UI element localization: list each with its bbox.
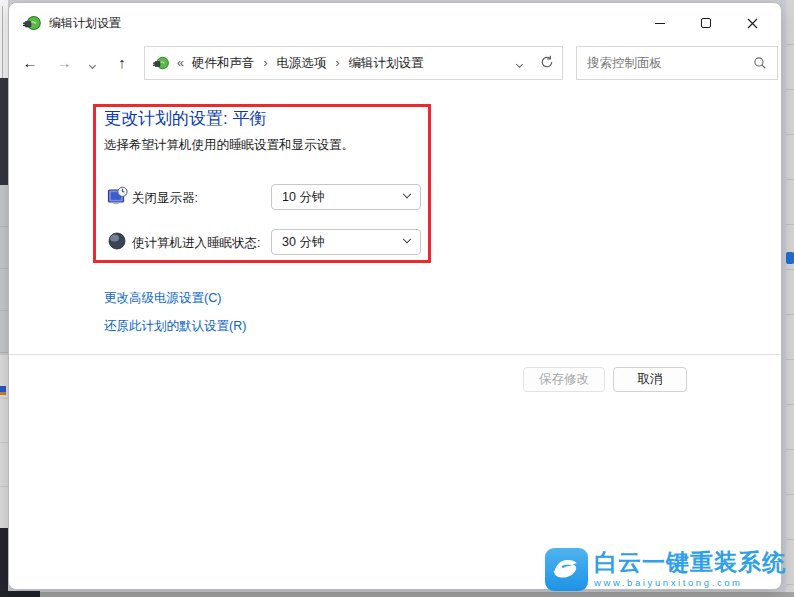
refresh-icon <box>540 55 554 69</box>
watermark-logo: 白云一键重装系统 www.baiyunxitong.com <box>545 548 793 594</box>
search-input[interactable] <box>587 56 753 70</box>
save-changes-button[interactable]: 保存修改 <box>523 367 605 392</box>
display-off-label: 关闭显示器: <box>132 190 198 207</box>
search-box[interactable] <box>576 46 778 80</box>
watermark-url: www.baiyunxitong.com <box>594 577 786 588</box>
titlebar: 编辑计划设置 <box>9 3 781 43</box>
address-bar[interactable]: « 硬件和声音 › 电源选项 › 编辑计划设置 <box>144 46 563 80</box>
sleep-icon <box>107 231 127 251</box>
up-icon: ↑ <box>118 54 126 71</box>
maximize-button[interactable] <box>683 3 729 43</box>
power-plan-icon <box>153 55 169 71</box>
sleep-label: 使计算机进入睡眠状态: <box>132 235 260 252</box>
page-description: 选择希望计算机使用的睡眠设置和显示设置。 <box>104 137 354 154</box>
breadcrumb-separator-icon: › <box>335 56 339 70</box>
cancel-button[interactable]: 取消 <box>613 367 687 392</box>
background-window-right-strip <box>786 0 794 597</box>
chevron-down-icon <box>403 235 411 243</box>
background-window-left-bottom <box>0 528 8 597</box>
address-dropdown-button[interactable] <box>517 56 522 70</box>
navigation-bar: ← → ↑ « 硬件和声音 › 电源选项 › <box>9 43 781 83</box>
power-plan-icon <box>23 14 41 32</box>
bird-logo-icon <box>545 548 588 591</box>
page-title: 更改计划的设置: 平衡 <box>104 107 266 130</box>
background-bottom-dark-strip <box>0 591 40 597</box>
close-button[interactable] <box>729 3 775 43</box>
window-title: 编辑计划设置 <box>49 3 121 43</box>
breadcrumb-item-edit-plan-settings[interactable]: 编辑计划设置 <box>348 55 423 72</box>
up-button[interactable]: ↑ <box>109 51 135 75</box>
chevron-down-icon <box>88 62 95 69</box>
close-icon <box>747 18 758 29</box>
background-window-left-mid <box>0 185 8 355</box>
advanced-power-settings-link[interactable]: 更改高级电源设置(C) <box>104 290 221 307</box>
chevron-down-icon <box>516 61 523 68</box>
screenshot-root: 编辑计划设置 ← → ↑ <box>0 0 794 597</box>
refresh-button[interactable] <box>540 55 554 72</box>
watermark-title: 白云一键重装系统 <box>594 548 786 576</box>
breadcrumb-separator-icon: › <box>263 56 267 70</box>
minimize-button[interactable] <box>637 3 683 43</box>
background-window-left-top <box>0 0 8 78</box>
edit-plan-settings-window: 编辑计划设置 ← → ↑ <box>8 2 782 590</box>
forward-button[interactable]: → <box>51 51 77 75</box>
maximize-icon <box>701 18 711 28</box>
breadcrumb-item-hardware-sound[interactable]: 硬件和声音 <box>192 55 255 72</box>
footer-divider <box>9 354 781 355</box>
background-window-text-fragment <box>0 386 6 395</box>
minimize-icon <box>655 23 665 24</box>
sleep-dropdown[interactable]: 30 分钟 <box>271 229 421 255</box>
recent-locations-button[interactable] <box>83 51 101 75</box>
background-window-left-low <box>0 355 8 528</box>
breadcrumb-item-power-options[interactable]: 电源选项 <box>276 55 326 72</box>
back-button[interactable]: ← <box>17 51 43 75</box>
background-window-blue-mark <box>786 252 794 264</box>
breadcrumb-overflow[interactable]: « <box>177 56 184 70</box>
display-off-dropdown[interactable]: 10 分钟 <box>271 184 421 210</box>
magnifier-icon <box>753 56 767 70</box>
display-off-value: 10 分钟 <box>282 189 324 206</box>
chevron-down-icon <box>403 190 411 198</box>
back-icon: ← <box>23 54 38 71</box>
forward-icon: → <box>57 54 72 71</box>
sleep-value: 30 分钟 <box>282 234 324 251</box>
background-window-left-dark <box>0 78 8 185</box>
restore-default-settings-link[interactable]: 还原此计划的默认设置(R) <box>104 318 246 335</box>
window-controls <box>637 3 775 43</box>
display-timeout-icon <box>107 185 129 207</box>
